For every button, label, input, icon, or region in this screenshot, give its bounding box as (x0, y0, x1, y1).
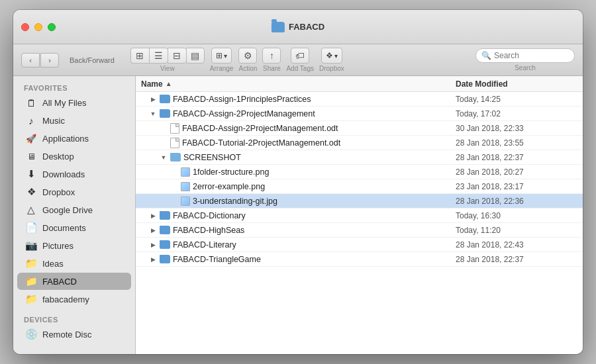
add-tags-group: 🏷 Add Tags (286, 48, 314, 72)
icon-view-button[interactable]: ⊞ (130, 48, 149, 64)
fabacademy-label: fabacademy (42, 295, 89, 304)
table-row[interactable]: 1folder-structure.png 28 Jan 2018, 20:27 (136, 165, 583, 179)
add-tags-button[interactable]: 🏷 (291, 48, 309, 64)
disclosure-arrow (170, 183, 178, 191)
file-name: FABACD-Assign-1PrinciplesPractices (173, 95, 311, 104)
file-name-cell: FABACD-Tutorial-2ProjectManagement.odt (136, 138, 450, 148)
file-date: 30 Jan 2018, 22:33 (450, 124, 583, 133)
devices-section-label: Devices (13, 313, 135, 325)
google-drive-icon: △ (25, 204, 37, 216)
file-name-cell: ▶ FABACD-Dictionary (136, 211, 450, 220)
sort-arrow: ▲ (166, 80, 172, 87)
cover-flow-button[interactable]: ▤ (186, 48, 205, 64)
file-name-cell: ▶ FABACD-Literary (136, 240, 450, 250)
table-row[interactable]: ▶ FABACD-Literary 28 Jan 2018, 22:43 (136, 238, 583, 252)
disclosure-arrow: ▶ (149, 255, 157, 263)
sidebar-item-ideas[interactable]: 📁 Ideas (17, 255, 131, 272)
folder-icon (160, 211, 170, 220)
sidebar-item-pictures[interactable]: 📷 Pictures (17, 237, 131, 254)
sidebar-item-applications[interactable]: 🚀 Applications (17, 130, 131, 147)
file-name: FABACD-TriangleGame (173, 255, 261, 264)
sidebar-item-downloads[interactable]: ⬇ Downloads (17, 165, 131, 183)
window-title-area: FABACD (272, 22, 324, 32)
file-date: Today, 16:30 (450, 211, 583, 220)
table-row[interactable]: ▶ FABACD-TriangleGame 28 Jan 2018, 22:37 (136, 252, 583, 267)
table-row[interactable]: ▼ FABACD-Assign-2ProjectManagement Today… (136, 107, 583, 121)
name-column-label: Name (141, 79, 163, 89)
add-tags-label: Add Tags (286, 65, 314, 72)
table-row[interactable]: FABACD-Assign-2ProjectManagement.odt 30 … (136, 121, 583, 136)
table-row[interactable]: 2error-example.png 23 Jan 2018, 23:17 (136, 179, 583, 194)
all-my-files-icon: 🗒 (25, 97, 37, 109)
file-date: 28 Jan 2018, 23:55 (450, 138, 583, 148)
traffic-lights (21, 23, 56, 31)
back-forward-label: Back/Forward (70, 56, 115, 64)
file-name-cell: ▶ FABACD-Assign-1PrinciplesPractices (136, 95, 450, 104)
favorites-section-label: Favorites (13, 81, 135, 93)
date-column-header[interactable]: Date Modified (450, 79, 583, 89)
documents-icon: 📄 (25, 222, 37, 234)
table-row[interactable]: FABACD-Tutorial-2ProjectManagement.odt 2… (136, 136, 583, 150)
file-name-cell: ▼ FABACD-Assign-2ProjectManagement (136, 109, 450, 118)
arrange-arrow: ▾ (224, 52, 227, 60)
disclosure-arrow: ▼ (149, 110, 157, 118)
disclosure-arrow (160, 124, 168, 132)
list-view-button[interactable]: ☰ (149, 48, 168, 64)
arrange-button[interactable]: ⊞ ▾ (211, 48, 232, 64)
nav-buttons: ‹ › (21, 53, 59, 68)
dropbox-group: ❖ ▾ Dropbox (319, 48, 344, 72)
table-row[interactable]: ▶ FABACD-Assign-1PrinciplesPractices Tod… (136, 92, 583, 107)
view-label: View (160, 65, 175, 72)
desktop-label: Desktop (42, 152, 74, 161)
file-name-cell: 2error-example.png (136, 182, 450, 191)
search-input[interactable] (494, 51, 569, 60)
minimize-button[interactable] (34, 23, 42, 31)
odt-file-icon (170, 138, 179, 148)
sidebar-item-remote-disc[interactable]: 💿 Remote Disc (17, 326, 131, 343)
maximize-button[interactable] (48, 23, 56, 31)
file-name: FABACD-Assign-2ProjectManagement.odt (182, 124, 338, 133)
music-label: Music (42, 116, 65, 126)
sidebar-item-desktop[interactable]: 🖥 Desktop (17, 148, 131, 165)
disclosure-arrow (160, 139, 168, 147)
dropbox-button[interactable]: ❖ ▾ (321, 48, 342, 64)
sidebar-item-fabacademy[interactable]: 📁 fabacademy (17, 291, 131, 308)
table-row[interactable]: ▼ SCREENSHOT 28 Jan 2018, 22:37 (136, 150, 583, 165)
pictures-label: Pictures (42, 241, 74, 251)
name-column-header[interactable]: Name ▲ (136, 79, 450, 89)
back-button[interactable]: ‹ (21, 53, 40, 68)
odt-file-icon (170, 123, 179, 134)
action-button[interactable]: ⚙ (238, 48, 257, 64)
sidebar-item-fabacd[interactable]: 📁 FABACD (17, 273, 131, 290)
sidebar-item-documents[interactable]: 📄 Documents (17, 219, 131, 236)
file-date: 28 Jan 2018, 22:37 (450, 255, 583, 264)
search-icon: 🔍 (481, 51, 491, 60)
close-button[interactable] (21, 23, 29, 31)
sidebar-item-google-drive[interactable]: △ Google Drive (17, 201, 131, 218)
disclosure-arrow: ▼ (160, 154, 168, 161)
sidebar-item-dropbox[interactable]: ❖ Dropbox (17, 183, 131, 201)
share-button[interactable]: ↑ (262, 48, 281, 64)
forward-button[interactable]: › (40, 53, 59, 68)
dropbox-label: Dropbox (319, 65, 344, 72)
dropbox-arrow: ▾ (334, 52, 338, 60)
column-view-button[interactable]: ⊟ (168, 48, 186, 64)
share-label: Share (263, 65, 281, 72)
search-label: Search (515, 64, 536, 71)
view-group: ⊞ ☰ ⊟ ▤ View (130, 48, 205, 72)
file-date: Today, 11:20 (450, 226, 583, 235)
title-folder-icon (272, 22, 285, 32)
fabacademy-folder-icon: 📁 (25, 293, 37, 305)
file-name: FABACD-HighSeas (173, 226, 244, 235)
arrange-icon: ⊞ (216, 51, 223, 60)
sidebar-item-all-my-files[interactable]: 🗒 All My Files (17, 94, 131, 111)
dropbox-sidebar-label: Dropbox (42, 187, 75, 197)
table-row[interactable]: 3-understanding-git.jpg 28 Jan 2018, 22:… (136, 194, 583, 208)
table-row[interactable]: ▶ FABACD-HighSeas Today, 11:20 (136, 223, 583, 238)
sidebar-item-music[interactable]: ♪ Music (17, 112, 131, 129)
file-name: 3-understanding-git.jpg (193, 197, 277, 206)
table-row[interactable]: ▶ FABACD-Dictionary Today, 16:30 (136, 208, 583, 223)
search-input-wrap[interactable]: 🔍 (475, 48, 575, 63)
titlebar: FABACD (13, 10, 583, 44)
folder-icon (160, 109, 170, 118)
